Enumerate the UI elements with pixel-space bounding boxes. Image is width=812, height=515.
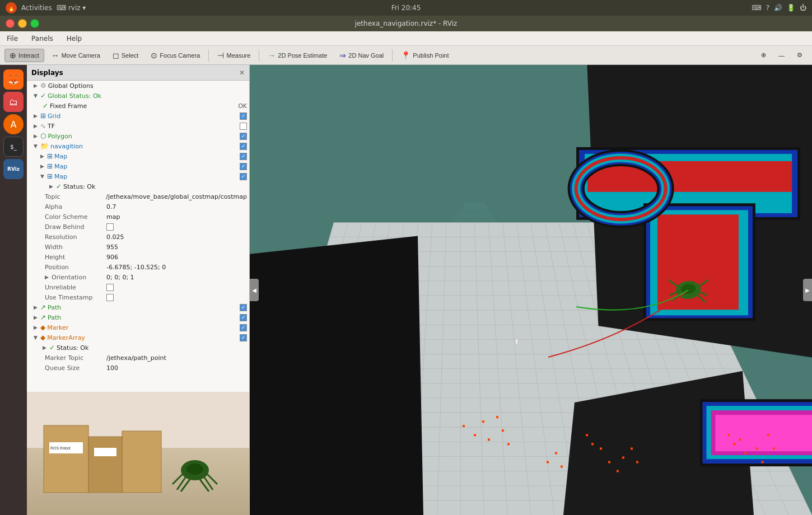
interact-button[interactable]: ⊕ Interact <box>4 49 44 62</box>
rviz-3d-canvas[interactable] <box>250 65 812 515</box>
markerarray-item[interactable]: ▼ ◆ MarkerArray ✓ <box>27 333 249 343</box>
marker-item[interactable]: ▶ ◆ Marker ✓ <box>27 322 249 333</box>
select-button[interactable]: ◻ Select <box>108 49 144 62</box>
draw-behind-row: Draw Behind <box>27 222 249 232</box>
map-2-checkbox[interactable]: ✓ <box>240 163 247 170</box>
menu-panels[interactable]: Panels <box>29 34 55 44</box>
markerarray-status-item[interactable]: ▶ ✓ Status: Ok <box>27 343 249 353</box>
resolution-row: Resolution 0.025 <box>27 232 249 242</box>
navagition-item[interactable]: ▼ 📁 navagition ✓ <box>27 141 249 151</box>
map-status-item[interactable]: ▶ ✓ Status: Ok <box>27 181 249 191</box>
grid-label: Grid <box>48 113 240 120</box>
tf-checkbox[interactable] <box>240 123 247 130</box>
2d-pose-estimate-button[interactable]: → 2D Pose Estimate <box>263 49 332 62</box>
collapse-right-arrow[interactable]: ▶ <box>803 279 812 301</box>
polygon-arrow[interactable]: ▶ <box>34 133 39 139</box>
path-1-checkbox[interactable]: ✓ <box>240 304 247 311</box>
publish-point-button[interactable]: 📍 Publish Point <box>396 49 454 62</box>
markerarray-arrow[interactable]: ▼ <box>34 335 39 340</box>
menu-file[interactable]: File <box>4 34 20 44</box>
grid-arrow[interactable]: ▶ <box>34 113 39 119</box>
map-1-item[interactable]: ▶ ⊞ Map ✓ <box>27 151 249 161</box>
map-2-item[interactable]: ▶ ⊞ Map ✓ <box>27 161 249 171</box>
help-icon: ? <box>766 4 769 12</box>
select-icon: ◻ <box>113 51 119 60</box>
alpha-row: Alpha 0.7 <box>27 202 249 212</box>
measure-button[interactable]: ⊣ Measure <box>212 49 255 62</box>
orientation-prop-name: ▶Orientation <box>45 274 106 281</box>
tf-arrow[interactable]: ▶ <box>34 123 39 129</box>
close-button[interactable] <box>6 19 15 28</box>
activities-label[interactable]: Activities <box>21 4 52 12</box>
terminal-icon[interactable]: $_ <box>3 137 24 157</box>
power-icon: ⏻ <box>800 4 806 12</box>
marker-topic-prop-value: /jethexa/path_point <box>106 354 247 362</box>
software-center-icon[interactable]: A <box>3 114 24 134</box>
map-3-checkbox[interactable]: ✓ <box>240 173 247 180</box>
map-1-arrow[interactable]: ▶ <box>40 153 46 159</box>
menu-help[interactable]: Help <box>64 34 84 44</box>
displays-content[interactable]: ▶ ⚙ Global Options ▼ ✓ Global Status: Ok… <box>27 81 249 392</box>
firefox-icon[interactable]: 🦊 <box>3 69 24 90</box>
navagition-checkbox[interactable]: ✓ <box>240 143 247 150</box>
path-2-checkbox[interactable]: ✓ <box>240 314 247 321</box>
app-name-label: ⌨ rviz ▾ <box>57 4 86 12</box>
width-row: Width 955 <box>27 242 249 252</box>
polygon-icon: ⬡ <box>40 132 46 140</box>
keyboard-icon: ⌨ <box>752 4 761 12</box>
maximize-button[interactable] <box>30 19 39 28</box>
path-1-arrow[interactable]: ▶ <box>34 305 39 310</box>
map-status-arrow[interactable]: ▶ <box>49 184 55 189</box>
polygon-item[interactable]: ▶ ⬡ Polygon ✓ <box>27 131 249 141</box>
use-timestamp-checkbox[interactable] <box>106 294 114 301</box>
orientation-row[interactable]: ▶Orientation 0; 0; 0; 1 <box>27 272 249 282</box>
path-2-arrow[interactable]: ▶ <box>34 315 39 320</box>
tf-item[interactable]: ▶ ∿ TF <box>27 121 249 131</box>
position-prop-name: Position <box>45 264 106 271</box>
main-layout: 🦊 🗂 A $_ RViz Displays ✕ ▶ ⚙ Global Opti… <box>0 65 812 515</box>
global-status-icon: ✓ <box>40 92 46 100</box>
displays-title: Displays <box>31 69 63 77</box>
toolbar-extra-2[interactable]: — <box>773 50 790 61</box>
move-camera-button[interactable]: ↔ Move Camera <box>46 49 105 62</box>
draw-behind-checkbox[interactable] <box>106 223 114 231</box>
global-status-item[interactable]: ▼ ✓ Global Status: Ok <box>27 91 249 101</box>
markerarray-status-arrow[interactable]: ▶ <box>43 345 48 350</box>
orientation-arrow[interactable]: ▶ <box>45 274 50 280</box>
toolbar-extra-3[interactable]: ⚙ <box>792 49 808 61</box>
grid-checkbox[interactable]: ✓ <box>240 113 247 120</box>
global-options-arrow[interactable]: ▶ <box>34 83 39 88</box>
alpha-prop-value: 0.7 <box>106 203 247 210</box>
2d-nav-goal-button[interactable]: ⇒ 2D Nav Goal <box>334 49 389 62</box>
global-status-label: Global Status: Ok <box>48 92 247 100</box>
grid-item[interactable]: ▶ ⊞ Grid ✓ <box>27 111 249 121</box>
global-status-arrow[interactable]: ▼ <box>34 93 39 99</box>
map-2-arrow[interactable]: ▶ <box>40 163 46 169</box>
marker-arrow[interactable]: ▶ <box>34 325 39 330</box>
unreliable-checkbox[interactable] <box>106 284 114 291</box>
marker-checkbox[interactable]: ✓ <box>240 324 247 331</box>
volume-icon: 🔊 <box>774 4 782 12</box>
markerarray-checkbox[interactable]: ✓ <box>240 334 247 341</box>
map-2-label: Map <box>54 163 240 170</box>
minimize-button[interactable] <box>18 19 27 28</box>
path-2-item[interactable]: ▶ ↗ Path ✓ <box>27 312 249 322</box>
map-1-checkbox[interactable]: ✓ <box>240 153 247 160</box>
toolbar: ⊕ Interact ↔ Move Camera ◻ Select ⊙ Focu… <box>0 46 812 65</box>
polygon-checkbox[interactable]: ✓ <box>240 133 247 140</box>
marker-topic-row: Marker Topic /jethexa/path_point <box>27 353 249 363</box>
rviz-3d-view[interactable]: ◀ ▶ <box>250 65 812 515</box>
navagition-arrow[interactable]: ▼ <box>34 143 39 149</box>
fixed-frame-item[interactable]: ✓ Fixed Frame OK <box>27 101 249 111</box>
collapse-panel-arrow[interactable]: ◀ <box>250 279 259 301</box>
global-options-item[interactable]: ▶ ⚙ Global Options <box>27 81 249 91</box>
toolbar-extra-1[interactable]: ⊕ <box>756 49 771 61</box>
panel-close-button[interactable]: ✕ <box>239 69 245 77</box>
map-3-item[interactable]: ▼ ⊞ Map ✓ <box>27 171 249 181</box>
path-1-item[interactable]: ▶ ↗ Path ✓ <box>27 302 249 312</box>
map-3-arrow[interactable]: ▼ <box>40 174 46 179</box>
rviz-icon[interactable]: RViz <box>3 159 24 179</box>
files-icon[interactable]: 🗂 <box>3 92 24 112</box>
ubuntu-logo: 🔥 <box>6 2 17 13</box>
focus-camera-button[interactable]: ⊙ Focus Camera <box>146 49 205 62</box>
